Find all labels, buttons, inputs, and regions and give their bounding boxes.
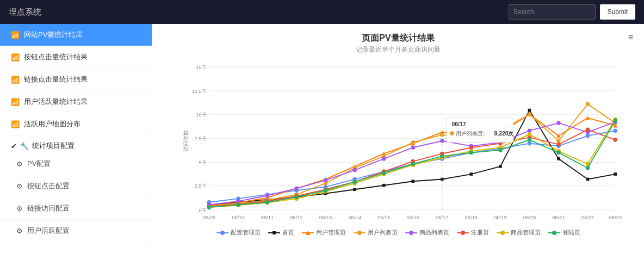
sidebar-item-pv-stats[interactable]: 📶 网站PV量统计结果 (0, 24, 152, 46)
content-area: 页面PV量统计结果 记录最近半个月各页面访问量 ≡ 访问次数 15千 12.5千… (152, 24, 644, 272)
svg-point-41 (528, 141, 532, 146)
svg-point-43 (586, 134, 590, 138)
chart-legend: 配置管理页 首页 用户管理页 用户列表页 商品列表页 注册页 (163, 228, 633, 237)
svg-point-118 (586, 128, 590, 132)
svg-point-119 (613, 138, 617, 142)
chart-wrapper: 访问次数 15千 12.5千 10千 7.5千 5千 2.5千 0千 (163, 57, 633, 225)
svg-text:10千: 10千 (196, 112, 206, 118)
header-right: Submit (509, 4, 635, 20)
submit-button[interactable]: Submit (600, 4, 635, 20)
bar-chart-icon5: 📶 (11, 120, 20, 128)
gear-icon4: ⚙ (16, 227, 23, 235)
svg-point-148 (586, 166, 590, 170)
legend-product-mgmt: 商品管理页 (497, 228, 541, 237)
sidebar-item-link-config[interactable]: ⚙ 链接访问配置 (0, 197, 152, 220)
svg-point-44 (613, 128, 617, 133)
svg-text:0千: 0千 (199, 207, 207, 213)
sidebar-item-link-stats[interactable]: 📶 链接点击量统计结果 (0, 69, 152, 91)
bar-chart-icon2: 📶 (11, 53, 20, 61)
checkmark-icon: ✔ (11, 142, 17, 150)
svg-point-169 (500, 231, 505, 235)
gear-icon: ⚙ (16, 160, 23, 168)
svg-point-135 (207, 205, 212, 209)
svg-rect-55 (499, 165, 502, 168)
svg-text:06/23: 06/23 (609, 214, 622, 220)
svg-text:8,220次: 8,220次 (494, 131, 515, 137)
svg-point-136 (236, 203, 240, 207)
svg-rect-51 (382, 184, 386, 187)
svg-text:用户列表页:: 用户列表页: (456, 131, 485, 137)
svg-point-142 (411, 162, 415, 166)
svg-rect-56 (528, 109, 531, 112)
sidebar-item-user-config[interactable]: ⚙ 用户活跃配置 (0, 220, 152, 242)
svg-text:06/12: 06/12 (290, 214, 302, 220)
svg-point-95 (352, 168, 357, 172)
legend-product-list: 商品列表页 (405, 228, 449, 237)
svg-point-88 (586, 102, 590, 107)
svg-point-114 (469, 145, 474, 150)
svg-point-92 (265, 194, 270, 198)
legend-user-list: 用户列表页 (354, 228, 398, 237)
svg-text:12.5千: 12.5千 (191, 88, 206, 94)
sidebar: 📶 网站PV量统计结果 📶 按钮点击量统计结果 📶 链接点击量统计结果 📶 用户… (0, 24, 152, 272)
svg-text:06/17: 06/17 (436, 214, 448, 220)
svg-text:06/19: 06/19 (494, 214, 506, 220)
svg-text:06/11: 06/11 (261, 214, 274, 220)
svg-point-146 (528, 138, 532, 142)
svg-point-101 (528, 128, 532, 133)
wrench-icon: 🔧 (20, 142, 29, 150)
svg-point-141 (382, 171, 386, 175)
svg-rect-50 (353, 188, 356, 191)
svg-rect-59 (614, 172, 617, 176)
legend-config: 配置管理页 (216, 228, 261, 237)
svg-point-117 (556, 143, 561, 147)
svg-point-97 (411, 145, 415, 150)
svg-text:5千: 5千 (199, 159, 207, 165)
svg-text:06/09: 06/09 (203, 214, 215, 220)
svg-point-138 (294, 195, 299, 200)
sidebar-item-user-stats[interactable]: 📶 用户活跃量统计结果 (0, 91, 152, 113)
svg-point-82 (411, 140, 415, 145)
svg-point-86 (528, 112, 532, 116)
svg-text:06/20: 06/20 (523, 214, 536, 220)
gear-icon3: ⚙ (16, 205, 23, 213)
bar-chart-icon: 📶 (11, 31, 20, 39)
legend-user-mgmt: 用户管理页 (302, 228, 346, 237)
svg-text:06/14: 06/14 (348, 214, 361, 220)
sidebar-item-map-stats[interactable]: 📶 活跃用户地图分布 (0, 113, 152, 135)
svg-point-144 (469, 151, 474, 155)
chart-header: 页面PV量统计结果 记录最近半个月各页面访问量 (163, 33, 633, 54)
svg-rect-58 (586, 178, 590, 181)
svg-point-140 (352, 180, 357, 184)
svg-point-102 (556, 121, 561, 125)
svg-rect-54 (470, 172, 473, 176)
svg-point-147 (556, 151, 561, 155)
sidebar-section-config: ✔ 🔧 统计项目配置 (0, 135, 152, 153)
svg-point-145 (498, 148, 503, 152)
legend-register: 注册页 (457, 228, 489, 237)
svg-point-171 (552, 231, 556, 235)
svg-point-96 (382, 157, 386, 161)
gear-icon2: ⚙ (16, 182, 23, 190)
svg-point-87 (556, 139, 561, 143)
svg-point-167 (461, 231, 465, 235)
legend-login: 登陆页 (548, 228, 580, 237)
svg-text:2.5千: 2.5千 (195, 183, 207, 189)
chart-menu-icon[interactable]: ≡ (628, 33, 633, 42)
svg-point-93 (294, 187, 299, 191)
svg-point-163 (357, 231, 362, 235)
app-header: 埋点系统 Submit (0, 0, 644, 24)
sidebar-item-pv-config[interactable]: ⚙ PV配置 (0, 153, 152, 175)
search-input[interactable] (509, 4, 596, 20)
svg-text:06/17: 06/17 (452, 121, 466, 127)
bar-chart-icon4: 📶 (11, 98, 20, 106)
chart-subtitle: 记录最近半个月各页面访问量 (163, 45, 633, 54)
sidebar-item-btn-stats[interactable]: 📶 按钮点击量统计结果 (0, 46, 152, 69)
svg-point-149 (613, 119, 617, 123)
bar-chart-icon3: 📶 (11, 76, 20, 84)
svg-rect-159 (273, 231, 276, 234)
svg-point-152 (450, 131, 454, 135)
svg-text:06/22: 06/22 (581, 214, 594, 220)
svg-text:06/16: 06/16 (407, 214, 419, 220)
sidebar-item-btn-config[interactable]: ⚙ 按钮点击配置 (0, 175, 152, 197)
